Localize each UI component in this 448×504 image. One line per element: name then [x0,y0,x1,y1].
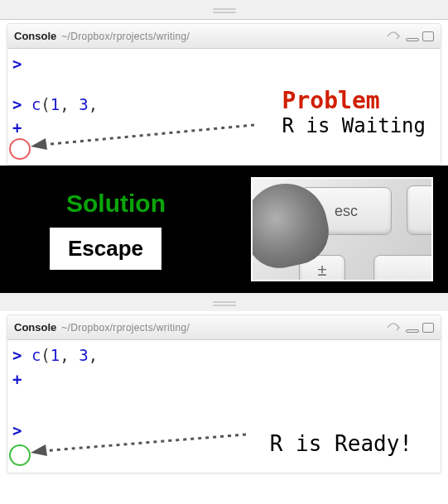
window-controls[interactable] [406,323,434,333]
grip-icon [213,300,236,306]
svg-line-0 [42,125,254,145]
console-panel-ready: Console ~/Dropbox/rprojects/writing/ > c… [7,314,441,473]
share-icon[interactable] [386,31,401,42]
highlight-circle-green [9,444,31,466]
console-path: ~/Dropbox/rprojects/writing/ [61,31,190,42]
problem-subtitle: R is Waiting [282,114,426,137]
separator-bar [0,293,448,311]
window-controls[interactable] [406,31,434,41]
console-header: Console ~/Dropbox/rprojects/writing/ [7,315,441,340]
console-title: Console [14,321,56,334]
highlight-circle-red [9,138,31,160]
problem-heading: Problem [282,87,426,114]
solution-heading: Solution [66,190,166,218]
ready-text: R is Ready! [270,431,412,456]
console-header: Console ~/Dropbox/rprojects/writing/ [7,24,441,49]
problem-annotation: Problem R is Waiting [282,87,426,137]
continuation-prompt: + [12,367,434,391]
ready-annotation: R is Ready! [270,431,412,456]
arrow-annotation [31,122,263,155]
key-bottom-right [373,255,433,281]
svg-line-2 [42,434,246,451]
grip-icon [213,7,236,13]
top-chrome-bar [0,0,448,20]
console-path: ~/Dropbox/rprojects/writing/ [61,322,190,334]
code-input-line: > c(1, 3, [12,343,434,367]
maximize-icon[interactable] [422,31,434,41]
share-icon[interactable] [386,322,401,334]
console-title: Console [14,30,56,42]
escape-label: Escape [50,228,161,270]
minimize-icon[interactable] [406,38,419,41]
maximize-icon[interactable] [422,323,434,333]
solution-band: Solution Escape esc ± [0,166,448,293]
svg-marker-1 [31,138,47,150]
minimize-icon[interactable] [406,329,419,333]
keyboard-photo: esc ± [251,177,433,281]
svg-marker-3 [31,444,47,456]
console-panel-problem: Console ~/Dropbox/rprojects/writing/ > >… [7,23,441,166]
console-body[interactable]: > > c(1, 3, + Problem R is Waiting [7,49,441,165]
arrow-annotation [31,431,254,461]
key-right [407,185,433,235]
console-body[interactable]: > c(1, 3, + > R is Ready! [7,340,441,473]
